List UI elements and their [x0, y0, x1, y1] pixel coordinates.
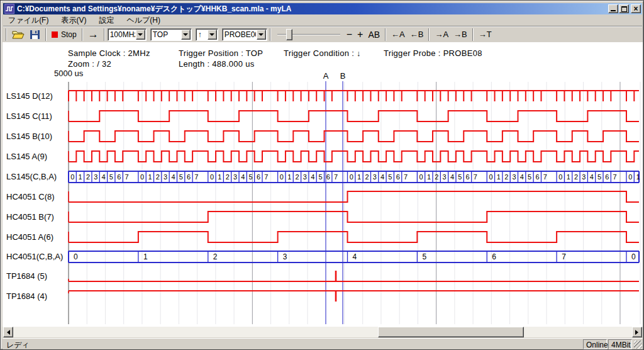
- slider-thumb[interactable]: [286, 29, 292, 40]
- svg-text:3: 3: [443, 173, 447, 181]
- menu-bar: ファイル(F) 表示(V) 設定 ヘルプ(H): [3, 15, 642, 26]
- svg-text:6: 6: [396, 173, 400, 181]
- svg-text:6: 6: [466, 173, 470, 181]
- goto-b-right-button[interactable]: →B: [451, 28, 470, 40]
- arrow-right-icon: [635, 330, 641, 335]
- stop-button[interactable]: Stop: [49, 29, 79, 40]
- chevron-down-icon[interactable]: [181, 30, 191, 40]
- svg-text:4: 4: [102, 173, 106, 181]
- minimize-button[interactable]: [608, 4, 618, 13]
- waveform-area[interactable]: AB01234567012345670123456701234567012345…: [3, 42, 643, 327]
- toolbar-grip: [6, 28, 7, 41]
- app-icon: [4, 4, 14, 14]
- svg-text:7: 7: [474, 173, 477, 181]
- svg-text:2: 2: [156, 173, 160, 181]
- clock-select[interactable]: 100MHz: [108, 28, 147, 41]
- svg-text:5: 5: [422, 252, 426, 261]
- scroll-right-button[interactable]: [632, 327, 642, 337]
- svg-text:6: 6: [535, 173, 539, 181]
- goto-trigger-button[interactable]: →T: [476, 28, 494, 40]
- run-button[interactable]: →: [86, 27, 101, 42]
- svg-text:3: 3: [233, 173, 237, 181]
- resize-grip[interactable]: [634, 341, 642, 349]
- svg-text:1: 1: [148, 173, 152, 181]
- menu-file[interactable]: ファイル(F): [3, 14, 53, 26]
- probe-select[interactable]: PROBE00: [222, 28, 267, 41]
- svg-text:1: 1: [427, 173, 431, 181]
- svg-text:1: 1: [357, 173, 361, 181]
- svg-text:5: 5: [109, 173, 113, 181]
- zoom-slider[interactable]: [277, 28, 340, 41]
- svg-text:7: 7: [613, 173, 617, 181]
- separator: [385, 28, 386, 41]
- svg-text:5: 5: [318, 173, 322, 181]
- status-online: Online: [583, 339, 607, 349]
- arrow-left-icon: [4, 330, 10, 335]
- separator: [45, 28, 47, 41]
- svg-text:0: 0: [140, 173, 144, 181]
- svg-text:4: 4: [590, 173, 594, 181]
- svg-text:1: 1: [567, 173, 570, 181]
- trigger-position-select[interactable]: TOP: [150, 28, 192, 41]
- svg-text:0: 0: [350, 173, 353, 181]
- ab-button[interactable]: AB: [365, 28, 382, 41]
- svg-text:0: 0: [419, 173, 423, 181]
- close-button[interactable]: ×: [631, 4, 641, 13]
- save-button[interactable]: [27, 28, 43, 41]
- svg-text:2: 2: [365, 173, 369, 181]
- maximize-button[interactable]: [619, 4, 629, 13]
- svg-text:2: 2: [574, 173, 578, 181]
- svg-text:1: 1: [79, 173, 82, 181]
- svg-text:3: 3: [373, 173, 377, 181]
- svg-text:2: 2: [504, 173, 508, 181]
- goto-a-left-button[interactable]: ←A: [389, 28, 408, 40]
- svg-text:3: 3: [94, 173, 97, 181]
- zoom-in-button[interactable]: +: [355, 28, 365, 42]
- horizontal-scrollbar[interactable]: [3, 327, 643, 337]
- svg-text:7: 7: [562, 252, 566, 261]
- scrollbar-thumb[interactable]: [378, 327, 524, 337]
- open-button[interactable]: [9, 28, 27, 41]
- svg-text:0: 0: [70, 173, 74, 181]
- svg-text:6: 6: [492, 252, 496, 261]
- svg-text:2: 2: [435, 173, 438, 181]
- svg-text:2: 2: [213, 252, 218, 261]
- separator: [270, 28, 271, 41]
- svg-text:7: 7: [125, 173, 128, 181]
- chevron-down-icon[interactable]: [208, 30, 217, 40]
- svg-text:0: 0: [280, 173, 284, 181]
- edge-select[interactable]: ↑: [196, 28, 218, 41]
- svg-text:4: 4: [353, 252, 357, 261]
- menu-settings[interactable]: 設定: [94, 14, 119, 26]
- svg-text:0: 0: [210, 173, 214, 181]
- zoom-out-button[interactable]: −: [344, 28, 355, 42]
- window-title: C:¥Documents and Settings¥noname¥デスクトップ¥…: [17, 4, 291, 14]
- svg-text:0: 0: [558, 173, 562, 181]
- stop-icon: [52, 31, 58, 38]
- svg-text:B: B: [340, 71, 346, 81]
- title-bar[interactable]: C:¥Documents and Settings¥noname¥デスクトップ¥…: [3, 3, 642, 14]
- chevron-down-icon[interactable]: [136, 30, 145, 40]
- goto-a-right-button[interactable]: →A: [432, 28, 451, 40]
- svg-text:6: 6: [117, 173, 121, 181]
- menu-view[interactable]: 表示(V): [56, 14, 91, 26]
- svg-text:0: 0: [489, 173, 492, 181]
- toolbar: Stop → 100MHz TOP ↑ PROBE00 − + AB ←A: [3, 26, 642, 42]
- separator: [104, 28, 105, 41]
- svg-text:2: 2: [296, 173, 299, 181]
- svg-text:7: 7: [194, 173, 198, 181]
- svg-text:4: 4: [520, 173, 524, 181]
- svg-text:2: 2: [86, 173, 90, 181]
- svg-text:0: 0: [631, 252, 636, 261]
- app-window: C:¥Documents and Settings¥noname¥デスクトップ¥…: [0, 0, 644, 350]
- scroll-left-button[interactable]: [3, 327, 13, 337]
- chevron-down-icon[interactable]: [257, 30, 266, 40]
- goto-b-left-button[interactable]: ←B: [408, 28, 426, 40]
- svg-text:2: 2: [226, 173, 230, 181]
- menu-help[interactable]: ヘルプ(H): [121, 14, 165, 26]
- svg-text:3: 3: [164, 173, 167, 181]
- svg-text:5: 5: [458, 173, 462, 181]
- svg-text:1: 1: [218, 173, 221, 181]
- maximize-icon: [621, 6, 627, 12]
- svg-text:6: 6: [326, 173, 330, 181]
